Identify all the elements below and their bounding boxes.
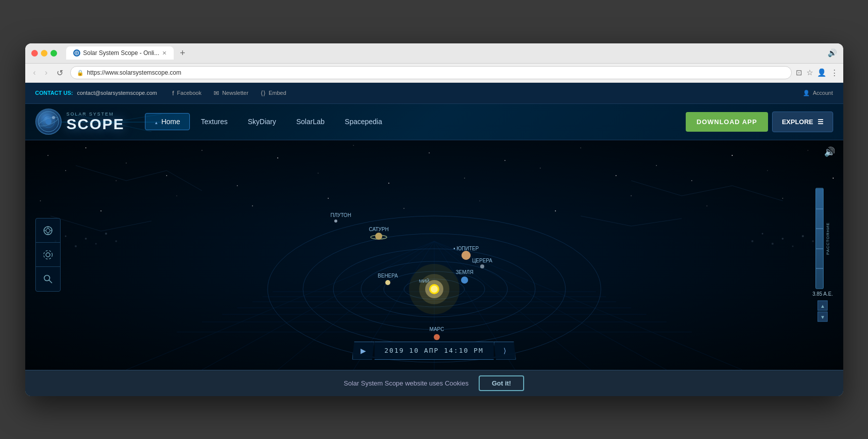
contact-email[interactable]: contact@solarsystemscope.com [77,90,157,96]
new-tab-button[interactable]: + [178,48,187,59]
newsletter-link[interactable]: ✉ Newsletter [214,89,248,97]
logo-big-text: SCOPE [67,117,125,132]
forward-button[interactable]: › [42,67,50,78]
logo-area[interactable]: SOLAR SYSTEM SCOPE [35,108,125,135]
explore-menu-icon: ☰ [818,118,824,126]
title-bar: Solar System Scope - Onli... ✕ + 🔊 [25,43,843,64]
cookie-message: Solar System Scope website uses Cookies [344,379,469,387]
scale-label-text: РАССТОЯНИЕ [826,222,830,254]
address-bar[interactable]: 🔒 https://www.solarsystemscope.com [70,66,791,79]
browser-window: Solar System Scope - Onli... ✕ + 🔊 ‹ › ↺… [25,43,843,396]
volume-icon[interactable]: 🔊 [828,48,837,58]
maximize-traffic-light[interactable] [50,50,57,57]
svg-point-120 [43,250,52,259]
traffic-lights [31,50,57,57]
newsletter-icon: ✉ [214,89,219,97]
account-button[interactable]: 👤 Account [803,90,833,96]
cookie-bar: Solar System Scope website uses Cookies … [25,370,843,396]
contact-us-area: CONTACT US: contact@solarsystemscope.com [35,90,157,96]
tab-favicon [73,49,80,57]
scope-view-button[interactable] [36,218,60,243]
nav-skydiary[interactable]: SkyDiary [239,114,285,130]
bookmark-icon[interactable]: ☆ [806,68,813,77]
close-traffic-light[interactable] [31,50,38,57]
tab-title: Solar System Scope - Onli... [83,49,160,57]
logo-text: SOLAR SYSTEM SCOPE [67,112,125,132]
sound-button[interactable]: 🔊 [824,146,835,157]
embed-icon: ⟨⟩ [261,89,266,97]
scale-bar [815,188,824,289]
scale-up-button[interactable]: ▲ [818,301,828,311]
download-app-button[interactable]: DOWNLOAD APP [686,112,769,132]
scale-down-button[interactable]: ▼ [818,312,828,322]
website: CONTACT US: contact@solarsystemscope.com… [25,83,843,396]
tab-area: Solar System Scope - Onli... ✕ + [66,46,187,60]
nav-right: DOWNLOAD APP EXPLORE ☰ [686,112,833,132]
cast-icon[interactable]: ⊡ [796,68,802,77]
time-right-button[interactable]: ⟩ [494,342,516,360]
space-area[interactable]: ВЕНЕРА ЗЕМЛЯ МАРС ЦЕРЕРА • ЮПИТЕР САТУРН [25,140,843,370]
nav-home[interactable]: Home [145,113,190,130]
logo-icon [35,108,62,135]
svg-point-10 [52,116,55,119]
settings-button[interactable] [36,243,60,267]
lock-icon: 🔒 [77,70,84,76]
nav-textures[interactable]: Textures [192,114,237,130]
account-icon: 👤 [803,90,810,96]
newsletter-label: Newsletter [222,90,248,96]
embed-link[interactable]: ⟨⟩ Embed [261,89,286,97]
time-bar: ▶ 2019 10 АПР 14:10 PM ⟩ [352,342,516,360]
scale-value: 3.85 A.E. [812,291,833,297]
time-display: 2019 10 АПР 14:10 PM [374,342,494,360]
explore-button[interactable]: EXPLORE ☰ [772,112,833,132]
svg-point-119 [46,253,50,257]
search-button[interactable] [36,267,60,291]
browser-tab[interactable]: Solar System Scope - Onli... ✕ [66,46,174,60]
play-button[interactable]: ▶ [352,342,374,360]
svg-point-114 [46,229,50,233]
svg-point-8 [45,119,52,125]
contact-label: CONTACT US: [35,90,73,96]
svg-point-121 [44,276,49,281]
top-bar: CONTACT US: contact@solarsystemscope.com… [25,83,843,104]
nav-links: Home Textures SkyDiary SolarLab Spaceped… [145,113,391,130]
url-text: https://www.solarsystemscope.com [87,69,181,76]
nav-controls: ‹ › ↺ [30,67,67,79]
nav-spacepedia[interactable]: Spacepedia [336,114,391,130]
facebook-label: Facebook [177,90,201,96]
left-toolbar [35,218,61,292]
stars-background [25,140,843,370]
tab-close-button[interactable]: ✕ [162,50,167,57]
svg-line-122 [49,280,52,283]
refresh-button[interactable]: ↺ [54,67,66,79]
top-bar-links: f Facebook ✉ Newsletter ⟨⟩ Embed [172,89,286,97]
menu-icon[interactable]: ⋮ [831,68,838,77]
back-button[interactable]: ‹ [30,67,39,78]
embed-label: Embed [269,90,286,96]
minimize-traffic-light[interactable] [41,50,47,57]
right-scale: РАССТОЯНИЕ 3.85 A.E. ▲ ▼ [812,188,833,322]
explore-label: EXPLORE [782,118,813,126]
nav-solarlab[interactable]: SolarLab [287,114,334,130]
address-bar-row: ‹ › ↺ 🔒 https://www.solarsystemscope.com… [25,64,843,83]
toolbar-icons: ⊡ ☆ 👤 ⋮ [796,68,838,77]
profile-icon[interactable]: 👤 [817,68,827,77]
nav-bar: SOLAR SYSTEM SCOPE Home Textures SkyDiar… [25,104,843,140]
got-it-button[interactable]: Got it! [479,375,524,391]
account-label: Account [813,90,833,96]
facebook-icon: f [172,89,174,97]
facebook-link[interactable]: f Facebook [172,89,201,97]
